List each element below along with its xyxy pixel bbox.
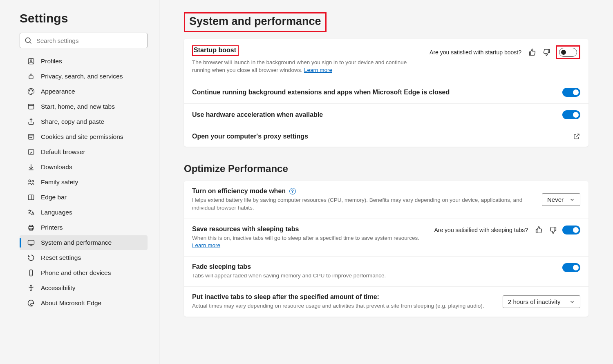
svg-point-5 xyxy=(29,91,30,92)
svg-point-19 xyxy=(32,180,34,182)
share-icon xyxy=(27,118,35,126)
sidebar-icon xyxy=(27,193,35,201)
svg-point-6 xyxy=(31,89,31,90)
language-icon xyxy=(27,208,35,217)
settings-sidebar: Settings Profiles Privacy, search, and s… xyxy=(0,0,159,364)
inactive-sleep-row: Put inactive tabs to sleep after the spe… xyxy=(184,287,588,317)
palette-icon xyxy=(27,87,35,96)
sleeping-learn-more-link[interactable]: Learn more xyxy=(192,242,220,248)
nav-cookies[interactable]: Cookies and site permissions xyxy=(20,130,148,144)
svg-rect-8 xyxy=(28,104,34,109)
nav-share[interactable]: Share, copy and paste xyxy=(20,114,148,129)
cookies-icon xyxy=(27,133,35,141)
svg-rect-11 xyxy=(28,134,34,139)
nav-default-browser[interactable]: Default browser xyxy=(20,145,148,159)
lock-icon xyxy=(27,72,35,80)
external-link-icon xyxy=(573,133,580,140)
inactive-sleep-select[interactable]: 2 hours of inactivity xyxy=(503,295,580,308)
fade-tabs-row: Fade sleeping tabs Tabs will appear fade… xyxy=(184,257,588,287)
efficiency-row: Turn on efficiency mode when ? Helps ext… xyxy=(184,181,588,219)
svg-rect-20 xyxy=(28,195,34,200)
efficiency-desc: Helps extend battery life by saving comp… xyxy=(192,197,527,212)
sleeping-tabs-toggle[interactable] xyxy=(562,226,580,234)
svg-point-29 xyxy=(30,285,31,286)
window-icon xyxy=(27,103,35,111)
nav-privacy[interactable]: Privacy, search, and services xyxy=(20,69,148,84)
startup-boost-row: Startup boost The browser will launch in… xyxy=(184,39,588,81)
svg-rect-24 xyxy=(28,240,34,244)
svg-line-1 xyxy=(30,42,31,44)
svg-rect-22 xyxy=(29,227,34,230)
search-settings-input[interactable] xyxy=(20,33,148,48)
main-content: System and performance Startup boost The… xyxy=(159,0,613,364)
nav-system[interactable]: System and performance xyxy=(20,235,148,250)
edge-icon xyxy=(27,299,35,307)
fade-tabs-toggle[interactable] xyxy=(562,263,580,272)
inactive-sleep-title: Put inactive tabs to sleep after the spe… xyxy=(192,293,379,300)
settings-nav: Profiles Privacy, search, and services A… xyxy=(20,54,148,311)
search-icon xyxy=(24,36,32,45)
inactive-sleep-desc: Actual times may vary depending on resou… xyxy=(192,302,494,310)
profile-icon xyxy=(27,57,35,65)
optimize-section-title: Optimize Performance xyxy=(184,163,588,174)
page-title: System and performance xyxy=(184,12,327,32)
sleeping-tabs-row: Save resources with sleeping tabs When t… xyxy=(184,219,588,257)
download-icon xyxy=(27,163,35,171)
browser-check-icon xyxy=(27,148,35,156)
thumbs-down-icon[interactable] xyxy=(548,226,557,234)
background-ext-title: Continue running background extensions a… xyxy=(192,89,450,96)
nav-about[interactable]: About Microsoft Edge xyxy=(20,296,148,310)
info-icon[interactable]: ? xyxy=(289,188,296,194)
efficiency-select[interactable]: Never xyxy=(542,193,580,206)
background-ext-row: Continue running background extensions a… xyxy=(184,81,588,104)
startup-learn-more-link[interactable]: Learn more xyxy=(304,67,332,73)
reset-icon xyxy=(27,254,35,262)
nav-start-home[interactable]: Start, home, and new tabs xyxy=(20,99,148,114)
nav-family[interactable]: Family safety xyxy=(20,175,148,190)
sleeping-feedback-text: Are you satisified with sleeping tabs? xyxy=(434,227,528,233)
chevron-down-icon xyxy=(569,197,575,203)
nav-printers[interactable]: Printers xyxy=(20,220,148,235)
accessibility-icon xyxy=(27,284,35,292)
thumbs-up-icon[interactable] xyxy=(535,226,544,234)
nav-reset[interactable]: Reset settings xyxy=(20,250,148,265)
svg-point-3 xyxy=(30,60,32,61)
startup-feedback-text: Are you satisfied with startup boost? xyxy=(430,49,521,56)
thumbs-down-icon[interactable] xyxy=(542,48,551,57)
search-field[interactable] xyxy=(36,37,143,44)
thumbs-up-icon[interactable] xyxy=(528,48,537,57)
svg-point-13 xyxy=(31,137,32,138)
sleeping-tabs-desc: When this is on, inactive tabs will go t… xyxy=(192,234,426,250)
nav-edge-bar[interactable]: Edge bar xyxy=(20,190,148,205)
nav-phone[interactable]: Phone and other devices xyxy=(20,266,148,280)
proxy-row[interactable]: Open your computer's proxy settings xyxy=(184,126,588,147)
svg-rect-4 xyxy=(29,76,33,79)
nav-languages[interactable]: Languages xyxy=(20,205,148,220)
nav-profiles[interactable]: Profiles xyxy=(20,54,148,69)
system-card: Startup boost The browser will launch in… xyxy=(184,39,588,147)
svg-point-12 xyxy=(30,137,31,138)
nav-downloads[interactable]: Downloads xyxy=(20,160,148,174)
hardware-accel-title: Use hardware acceleration when available xyxy=(192,111,323,118)
startup-toggle-highlight xyxy=(556,45,580,59)
svg-point-0 xyxy=(25,38,30,42)
fade-tabs-title: Fade sleeping tabs xyxy=(192,263,251,270)
printer-icon xyxy=(27,223,35,232)
svg-point-18 xyxy=(29,180,31,182)
system-icon xyxy=(27,239,35,247)
hardware-accel-row: Use hardware acceleration when available xyxy=(184,104,588,126)
chevron-down-icon xyxy=(569,299,575,305)
nav-accessibility[interactable]: Accessibility xyxy=(20,281,148,295)
efficiency-title: Turn on efficiency mode when ? xyxy=(192,188,296,194)
hardware-accel-toggle[interactable] xyxy=(562,110,580,119)
proxy-title: Open your computer's proxy settings xyxy=(192,133,308,140)
startup-boost-title: Startup boost xyxy=(192,45,239,56)
startup-boost-toggle[interactable] xyxy=(559,48,577,57)
svg-rect-15 xyxy=(28,150,34,154)
startup-boost-desc: The browser will launch in the backgroun… xyxy=(192,59,421,74)
nav-appearance[interactable]: Appearance xyxy=(20,84,148,99)
fade-tabs-desc: Tabs will appear faded when saving memor… xyxy=(192,272,527,280)
background-ext-toggle[interactable] xyxy=(562,88,580,97)
svg-point-7 xyxy=(32,91,33,92)
family-icon xyxy=(27,178,35,186)
